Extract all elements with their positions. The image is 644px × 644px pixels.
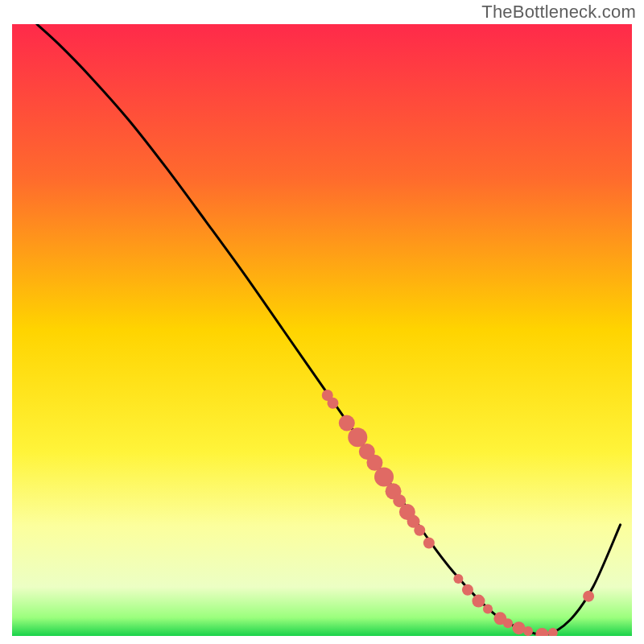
highlight-point [512,621,525,634]
highlight-point [483,604,493,613]
chart-stage: TheBottleneck.com [0,0,644,644]
highlight-point [523,626,533,636]
plot-background [12,24,632,636]
bottleneck-chart [0,0,644,644]
highlight-point [339,415,355,431]
highlight-point [462,584,473,596]
highlight-point [503,618,513,628]
highlight-point [472,595,485,608]
highlight-point [327,398,338,409]
highlight-point [535,628,548,641]
highlight-point [414,525,425,536]
highlight-point [583,591,594,602]
highlight-point [423,538,435,549]
highlight-point [453,574,463,584]
highlight-point [548,628,558,638]
